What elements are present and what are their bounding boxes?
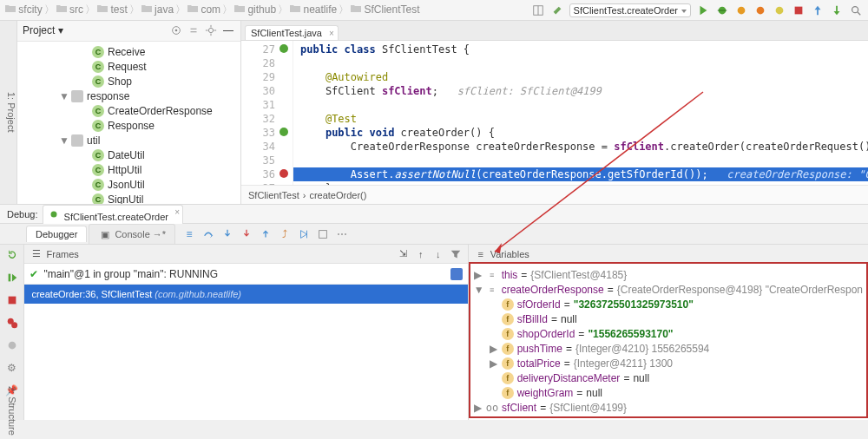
variables-tree[interactable]: ▶≡ this = {SfClientTest@4185}▼≡ createOr… [469, 264, 868, 420]
run-to-cursor-icon[interactable] [297, 227, 311, 241]
stop-icon[interactable] [5, 293, 19, 307]
project-tree-item[interactable]: CReceive [17, 45, 240, 60]
target-icon[interactable] [169, 23, 183, 37]
editor-tab[interactable]: SfClientTest.java × [245, 25, 339, 40]
attach-icon[interactable] [773, 3, 786, 17]
variable-row[interactable]: ▶f pushTime = {Integer@4210} 1556265594 [474, 341, 863, 356]
hide-icon[interactable]: — [221, 23, 235, 37]
project-tree-item[interactable]: ▼response [17, 89, 240, 104]
rerun-icon[interactable] [5, 248, 19, 262]
close-icon[interactable]: × [174, 207, 180, 217]
object-icon: ≡ [486, 284, 498, 296]
chevron-down-icon[interactable] [450, 268, 463, 280]
gutter-run-icon[interactable] [279, 44, 288, 53]
drop-frame-icon[interactable]: ⤴ [278, 227, 292, 241]
project-tree-item[interactable]: ▼util [17, 134, 240, 148]
svg-rect-7 [795, 6, 803, 14]
evaluate-icon[interactable] [316, 227, 330, 241]
coverage-icon[interactable] [734, 3, 748, 17]
project-tree-item[interactable]: CDateUtil [17, 148, 240, 163]
svg-point-13 [51, 211, 57, 217]
variable-row[interactable]: f sfBillId = null [474, 311, 863, 326]
class-icon: C [92, 179, 104, 191]
vcs-commit-icon[interactable] [830, 3, 844, 17]
close-icon[interactable]: × [329, 29, 334, 38]
project-tree-item[interactable]: CResponse [17, 119, 240, 134]
thread-selector[interactable]: ✔ "main"@1 in group "main": RUNNING [24, 264, 467, 285]
tab-debugger[interactable]: Debugger [26, 226, 87, 242]
filter-icon[interactable] [449, 247, 463, 261]
mute-breakpoints-icon[interactable] [5, 338, 19, 352]
stack-frame[interactable]: createOrder:36, SfClientTest (com.github… [24, 285, 467, 304]
resume-icon[interactable] [5, 271, 19, 285]
project-tree-item[interactable]: CCreateOrderResponse [17, 104, 240, 119]
side-tab-project[interactable]: 1: Project [0, 21, 17, 204]
breadcrumb-item[interactable]: com [187, 3, 220, 16]
next-frame-icon[interactable]: ↓ [431, 247, 445, 261]
layout-icon[interactable] [531, 3, 545, 17]
breadcrumb-item[interactable]: test [97, 3, 128, 16]
hammer-icon[interactable] [550, 3, 564, 17]
variables-title: Variables [490, 249, 529, 259]
variables-icon: ≡ [474, 247, 488, 261]
variable-row[interactable]: f deliveryDistanceMeter = null [474, 370, 863, 385]
code-area[interactable]: public class SfClientTest { @Autowired S… [293, 41, 868, 185]
settings-icon[interactable]: ⚙ [5, 361, 19, 375]
search-icon[interactable] [849, 3, 863, 17]
more-icon[interactable]: ⋯ [335, 227, 349, 241]
field-icon: f [502, 372, 514, 384]
run-config-select[interactable]: SfClientTest.createOrder [569, 3, 691, 17]
class-icon: C [92, 149, 104, 161]
class-icon: C [92, 120, 104, 132]
project-tree-item[interactable]: CHttpUtil [17, 163, 240, 178]
profile-icon[interactable] [753, 3, 767, 17]
variable-row[interactable]: ▶oo sfClient = {SfClient@4199} [474, 400, 863, 415]
run-config-label: SfClientTest.createOrder [574, 5, 678, 16]
project-tree-item[interactable]: CJsonUtil [17, 178, 240, 193]
debug-icon[interactable] [715, 3, 729, 17]
run-icon[interactable] [696, 3, 710, 17]
variable-row[interactable]: ▶≡ this = {SfClientTest@4185} [474, 267, 863, 282]
step-over-icon[interactable] [201, 227, 215, 241]
gear-icon[interactable] [204, 23, 218, 37]
breadcrumb-item[interactable]: SfClientTest [351, 3, 419, 16]
breadcrumb-item[interactable]: sfcity [5, 3, 43, 16]
gutter-run-icon[interactable] [279, 128, 288, 136]
breadcrumb-item[interactable]: github [234, 3, 276, 16]
tab-console[interactable]: ▣ Console →* [89, 224, 175, 244]
project-tree-item[interactable]: CRequest [17, 60, 240, 75]
breadcrumb-item[interactable]: java [141, 3, 174, 16]
variable-row[interactable]: f sfOrderId = "3263725501325973510" [474, 297, 863, 311]
object-icon: ≡ [486, 269, 498, 281]
debug-label: Debug: [7, 209, 37, 220]
project-view-dropdown[interactable]: Project ▾ [23, 24, 63, 36]
step-out-icon[interactable] [259, 227, 273, 241]
class-icon: C [92, 193, 104, 204]
view-breakpoints-icon[interactable] [5, 316, 19, 330]
collapse-icon[interactable] [187, 23, 201, 37]
stop-icon[interactable] [792, 3, 806, 17]
step-into-icon[interactable] [220, 227, 234, 241]
debug-tool-window: Debug: SfClientTest.createOrder × Debugg… [0, 205, 868, 420]
path-breadcrumbs: sfcity〉 src〉 test〉 java〉 com〉 github〉 ne… [0, 0, 868, 21]
force-step-into-icon[interactable] [240, 227, 253, 241]
prev-frame-icon[interactable]: ↑ [414, 247, 428, 261]
breadcrumb-item[interactable]: neatlife [290, 3, 337, 16]
svg-point-5 [757, 6, 765, 14]
editor-breadcrumbs[interactable]: SfClientTest › createOrder() [241, 185, 868, 204]
variable-row[interactable]: ▼≡ createOrderResponse = {CreateOrderRes… [474, 282, 863, 297]
console-icon: ▣ [98, 227, 112, 241]
restore-icon[interactable]: ⇲ [397, 247, 411, 261]
breakpoint-icon[interactable] [279, 169, 288, 178]
project-tree-item[interactable]: CShop [17, 75, 240, 89]
variable-row[interactable]: ▶f totalPrice = {Integer@4211} 1300 [474, 356, 863, 370]
project-tree-item[interactable]: CSignUtil [17, 193, 240, 204]
vcs-update-icon[interactable] [811, 3, 825, 17]
variable-row[interactable]: f weightGram = null [474, 385, 863, 400]
frames-title: Frames [47, 249, 79, 259]
side-tab-structure[interactable]: 2: Structure [7, 386, 17, 436]
field-icon: f [502, 298, 514, 311]
breadcrumb-item[interactable]: src [56, 3, 83, 16]
variable-row[interactable]: f shopOrderId = "1556265593170" [474, 326, 863, 341]
debug-session-tab[interactable]: SfClientTest.createOrder × [43, 205, 183, 224]
